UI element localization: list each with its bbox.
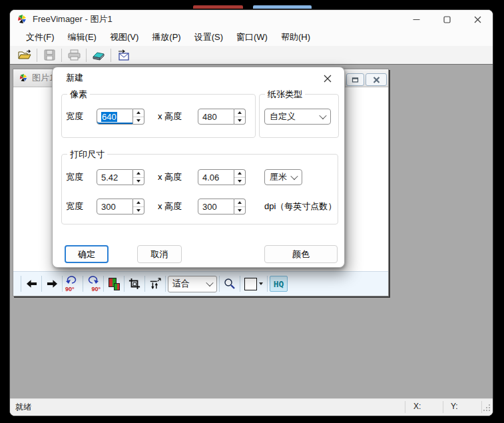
spin-down-button[interactable] [133, 207, 144, 214]
arrow-right-icon [47, 279, 58, 288]
child-close-button[interactable] [366, 73, 387, 86]
titlebar[interactable]: FreeVimager - 图片1 [10, 10, 493, 29]
paper-type-value: 自定义 [270, 111, 296, 123]
zoom-button[interactable] [222, 275, 238, 292]
dpi-width-input[interactable]: 300 [97, 199, 133, 214]
rotate-left-label: 90° [65, 286, 75, 292]
scan-button[interactable] [89, 48, 108, 63]
spin-down-button[interactable] [234, 117, 245, 125]
pixel-height-spinner[interactable]: 480 [198, 109, 246, 125]
toolbar-separator [267, 276, 268, 292]
resize-button[interactable] [147, 275, 163, 292]
background-color-button[interactable] [242, 275, 265, 292]
paper-type-select[interactable]: 自定义 [264, 109, 331, 125]
cancel-button[interactable]: 取消 [137, 245, 182, 263]
spin-up-button[interactable] [234, 109, 245, 117]
spinner-buttons [133, 199, 144, 214]
resize-grip[interactable] [483, 404, 491, 414]
crop-button[interactable] [126, 275, 142, 292]
spin-up-button[interactable] [133, 170, 144, 178]
toolbar-separator [61, 49, 62, 62]
pixel-width-spinner[interactable]: 640 [97, 109, 144, 125]
ok-button[interactable]: 确定 [65, 245, 109, 263]
main-toolbar [10, 46, 493, 65]
next-image-button[interactable] [44, 275, 60, 292]
menu-file[interactable]: 文件(F) [19, 29, 61, 45]
image-toolbar: 90° 90° [13, 271, 388, 296]
status-ready-text: 就绪 [15, 402, 31, 413]
window-title: FreeVimager - 图片1 [33, 13, 113, 25]
app-window: FreeVimager - 图片1 文件(F) 编辑(E) 视图(V) 播放(P… [9, 9, 493, 416]
open-button[interactable] [15, 48, 34, 63]
close-icon [474, 16, 481, 23]
color-depth-button[interactable] [106, 275, 122, 292]
dialog-close-button[interactable] [318, 70, 338, 87]
toolbar-separator [86, 49, 87, 62]
toolbar-separator [103, 276, 104, 292]
pixels-group-label: 像素 [67, 89, 90, 101]
close-button[interactable] [462, 10, 493, 29]
print-size-label: 打印尺寸 [67, 149, 107, 161]
unit-select[interactable]: 厘米 [264, 169, 302, 185]
print-width-input[interactable]: 5.42 [97, 169, 133, 185]
color-swatch-icon [244, 278, 257, 290]
maximize-button[interactable] [431, 10, 462, 29]
spin-down-button[interactable] [234, 207, 245, 214]
email-button[interactable] [114, 48, 132, 63]
hq-toggle-button[interactable]: HQ [270, 276, 288, 292]
print-height-input[interactable]: 4.06 [198, 169, 234, 185]
rotate-left-button[interactable]: 90° [65, 275, 81, 292]
chevron-down-icon [319, 112, 326, 119]
arrow-left-icon [26, 279, 37, 288]
spin-up-button[interactable] [133, 199, 144, 207]
dialog-titlebar[interactable]: 新建 [53, 67, 344, 89]
rotate-right-icon [87, 275, 99, 284]
rotate-right-button[interactable]: 90° [85, 275, 101, 292]
minimize-button[interactable] [401, 10, 431, 29]
unit-value: 厘米 [270, 171, 287, 183]
spin-down-button[interactable] [133, 117, 144, 125]
menu-help[interactable]: 帮助(H) [274, 29, 317, 45]
zoom-fit-select[interactable]: 适合 [168, 276, 217, 292]
dpi-height-label: x 高度 [158, 199, 182, 214]
spin-down-button[interactable] [234, 178, 245, 185]
print-width-label: 宽度 [66, 169, 83, 185]
print-button[interactable] [65, 48, 83, 63]
print-width-spinner[interactable]: 5.42 [97, 169, 144, 185]
minimize-icon [413, 16, 420, 23]
toolbar-separator [144, 276, 145, 292]
dpi-height-input[interactable]: 300 [198, 199, 234, 214]
menu-window[interactable]: 窗口(W) [230, 29, 274, 45]
spin-up-button[interactable] [234, 199, 245, 207]
dpi-height-spinner[interactable]: 300 [198, 199, 246, 214]
statusbar-divider [405, 401, 405, 413]
child-restore-button[interactable] [346, 73, 364, 86]
toolbar-separator [165, 276, 166, 292]
toolbar-separator [62, 276, 63, 292]
status-x-label: X: [413, 402, 421, 411]
dpi-width-label: 宽度 [66, 199, 83, 214]
pixel-height-label: x 高度 [158, 109, 182, 125]
zoom-fit-value: 适合 [172, 278, 190, 290]
background-window-edge-blue [253, 5, 312, 9]
previous-image-button[interactable] [23, 275, 39, 292]
dpi-width-spinner[interactable]: 300 [97, 199, 144, 214]
dialog-title: 新建 [66, 72, 83, 84]
spin-up-button[interactable] [234, 170, 245, 178]
app-icon [17, 14, 27, 25]
child-window-title: 图片1 [32, 72, 54, 84]
print-height-spinner[interactable]: 4.06 [198, 169, 246, 185]
menu-settings[interactable]: 设置(S) [188, 29, 230, 45]
spin-up-button[interactable] [133, 109, 144, 117]
pixel-width-input[interactable]: 640 [97, 109, 133, 125]
spin-down-button[interactable] [133, 178, 144, 185]
color-button[interactable]: 颜色 [264, 245, 338, 263]
statusbar-divider [443, 401, 443, 413]
menu-view[interactable]: 视图(V) [103, 29, 145, 45]
save-button[interactable] [40, 48, 59, 63]
background-window-edge-red [193, 5, 243, 9]
menu-edit[interactable]: 编辑(E) [61, 29, 103, 45]
pixel-height-input[interactable]: 480 [198, 109, 234, 125]
menu-play[interactable]: 播放(P) [145, 29, 187, 45]
chevron-down-icon [290, 173, 298, 180]
